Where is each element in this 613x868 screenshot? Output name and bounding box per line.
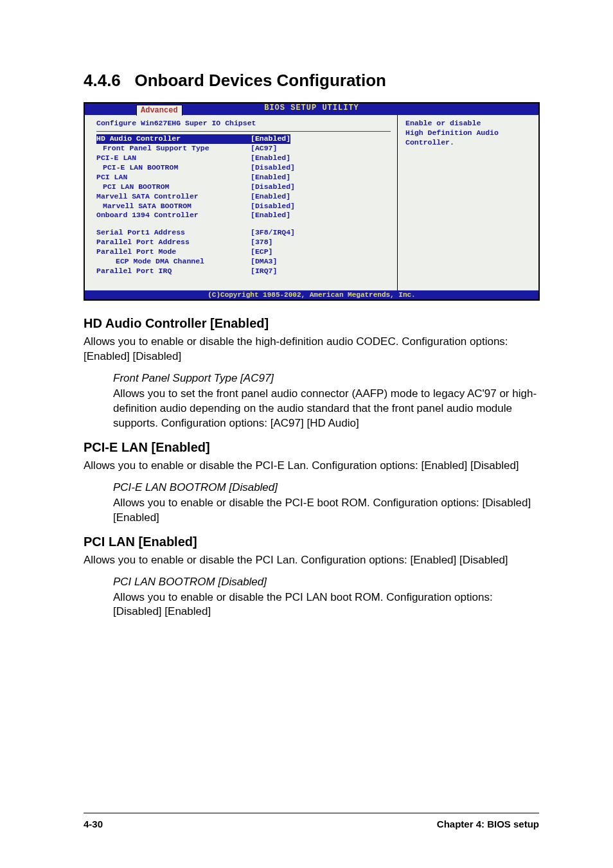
bios-option-value: [AC97] — [251, 144, 277, 154]
bios-option-value: [3F8/IRQ4] — [251, 228, 295, 238]
bios-option-row: PCI LAN[Enabled] — [96, 173, 391, 182]
bios-option-value: [Enabled] — [251, 192, 290, 202]
bios-help-line: Enable or disable — [405, 119, 481, 127]
bios-copyright: (C)Copyright 1985-2002, American Megatre… — [85, 290, 538, 299]
sub-option-title: Front Panel Support Type [AC97] — [113, 372, 539, 385]
bios-left-pane: Configure Win627EHG Super IO Chipset HD … — [85, 115, 397, 290]
option-heading: PCI LAN [Enabled] — [84, 535, 539, 549]
bios-option-value: [ECP] — [251, 247, 273, 257]
bios-title: BIOS SETUP UTILITY — [264, 103, 359, 112]
bios-option-row: Parallel Port IRQ[IRQ7] — [96, 267, 391, 276]
bios-option-row: Front Panel Support Type[AC97] — [96, 144, 391, 154]
bios-option-row: PCI-E LAN[Enabled] — [96, 154, 391, 163]
bios-option-row: Marvell SATA BOOTROM[Disabled] — [96, 202, 391, 211]
page-number: 4-30 — [84, 819, 103, 829]
bios-tab-advanced: Advanced — [136, 105, 182, 116]
sub-option-title: PCI-E LAN BOOTROM [Disabled] — [113, 481, 539, 494]
bios-help-pane: Enable or disable High Definition Audio … — [397, 115, 538, 290]
bios-option-row: PCI-E LAN BOOTROM[Disabled] — [96, 163, 391, 173]
bios-option-label: Parallel Port Address — [96, 238, 251, 247]
bios-option-value: [Disabled] — [251, 163, 295, 173]
sub-option-description: Allows you to enable or disable the PCI-… — [113, 496, 539, 526]
option-description: Allows you to enable or disable the PCI … — [84, 553, 539, 568]
bios-body: Configure Win627EHG Super IO Chipset HD … — [85, 115, 538, 290]
bios-option-value: [Disabled] — [251, 182, 295, 192]
bios-option-value: [Enabled] — [251, 134, 290, 144]
bios-option-label: Marvell SATA Controller — [96, 192, 251, 202]
option-description: Allows you to enable or disable the high… — [84, 335, 539, 364]
bios-option-value: [DMA3] — [251, 257, 277, 267]
section-name: Onboard Devices Configuration — [135, 71, 387, 90]
bios-option-label: PCI LAN BOOTROM — [96, 182, 251, 192]
sub-option-description: Allows you to set the front panel audio … — [113, 387, 539, 431]
bios-option-label: Marvell SATA BOOTROM — [96, 202, 251, 211]
bios-option-row: Serial Port1 Address[3F8/IRQ4] — [96, 228, 391, 238]
option-heading: PCI-E LAN [Enabled] — [84, 440, 539, 455]
sub-option: PCI LAN BOOTROM [Disabled]Allows you to … — [113, 576, 539, 620]
bios-option-value: [378] — [251, 238, 273, 247]
bios-option-label: PCI LAN — [96, 173, 251, 182]
bios-option-value: [IRQ7] — [251, 267, 277, 276]
bios-option-value: [Enabled] — [251, 173, 290, 182]
bios-option-value: [Disabled] — [251, 202, 295, 211]
bios-option-label: Parallel Port Mode — [96, 247, 251, 257]
bios-chipset-line: Configure Win627EHG Super IO Chipset — [96, 119, 391, 132]
bios-option-row: Marvell SATA Controller[Enabled] — [96, 192, 391, 202]
bios-option-row: ECP Mode DMA Channel[DMA3] — [96, 257, 391, 267]
bios-option-label: ECP Mode DMA Channel — [96, 257, 251, 267]
bios-option-label: PCI-E LAN — [96, 154, 251, 163]
bios-header: BIOS SETUP UTILITY Advanced — [85, 103, 538, 115]
page-footer: 4-30 Chapter 4: BIOS setup — [84, 813, 539, 829]
bios-option-label: Serial Port1 Address — [96, 228, 251, 238]
bios-option-label: Onboard 1394 Controller — [96, 211, 251, 220]
bios-option-label: Parallel Port IRQ — [96, 267, 251, 276]
bios-option-label: HD Audio Controller — [96, 134, 251, 144]
sub-option-description: Allows you to enable or disable the PCI … — [113, 590, 539, 620]
bios-option-label: Front Panel Support Type — [96, 144, 251, 154]
bios-option-row: Parallel Port Address[378] — [96, 238, 391, 247]
section-title: 4.4.6 Onboard Devices Configuration — [84, 71, 539, 91]
sub-option-title: PCI LAN BOOTROM [Disabled] — [113, 576, 539, 589]
bios-option-value: [Enabled] — [251, 154, 290, 163]
sub-option: PCI-E LAN BOOTROM [Disabled]Allows you t… — [113, 481, 539, 526]
option-description: Allows you to enable or disable the PCI-… — [84, 459, 539, 474]
chapter-label: Chapter 4: BIOS setup — [437, 819, 539, 829]
sub-option: Front Panel Support Type [AC97]Allows yo… — [113, 372, 539, 431]
option-heading: HD Audio Controller [Enabled] — [84, 316, 539, 331]
bios-option-value: [Enabled] — [251, 211, 290, 220]
section-number: 4.4.6 — [84, 71, 121, 90]
bios-option-row: PCI LAN BOOTROM[Disabled] — [96, 182, 391, 192]
bios-option-label: PCI-E LAN BOOTROM — [96, 163, 251, 173]
bios-option-row: Parallel Port Mode[ECP] — [96, 247, 391, 257]
bios-option-row: HD Audio Controller[Enabled] — [96, 134, 391, 144]
bios-help-line: High Definition Audio Controller. — [405, 128, 499, 146]
bios-option-row: Onboard 1394 Controller[Enabled] — [96, 211, 391, 220]
bios-screenshot: BIOS SETUP UTILITY Advanced Configure Wi… — [84, 102, 540, 301]
